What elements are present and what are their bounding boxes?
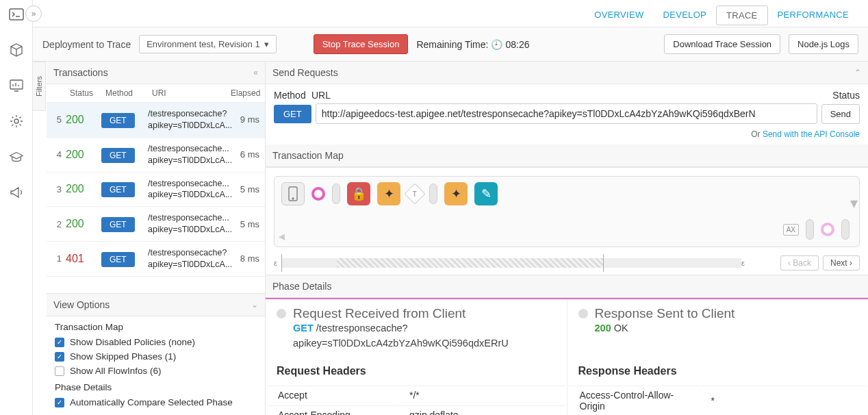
right-panel: Send Requests ⌃ Method URL Status GET Se… — [266, 62, 868, 415]
opt-auto-compare[interactable]: ✓Automatically Compare Selected Phase — [55, 395, 257, 410]
left-panel: Filters Transactions « Status Method URI… — [33, 62, 266, 415]
top-strip: » OVERVIEW DEVELOP TRACE PERFORMANCE — [33, 0, 868, 27]
deployment-label: Deployment to Trace — [42, 39, 131, 50]
header-row: Accept*/* — [267, 386, 565, 404]
nodejs-logs-button[interactable]: Node.js Logs — [789, 34, 858, 54]
table-row[interactable]: 2200GET/testresponsecache...apikey=sTl0D… — [47, 207, 265, 242]
checkbox-icon — [55, 366, 64, 376]
request-received-title: Request Received from Client — [277, 306, 556, 321]
table-row[interactable]: 5200GET/testresponsecache?apikey=sTl0DDx… — [47, 103, 265, 138]
table-row[interactable]: 3200GET/testresponsecache...apikey=sTl0D… — [47, 173, 265, 208]
svg-point-2 — [14, 119, 18, 123]
tab-develop[interactable]: DEVELOP — [654, 5, 717, 25]
send-url-input[interactable] — [316, 103, 817, 124]
view-options-header: View Options ⌄ — [47, 294, 265, 316]
request-headers-table: Accept*/*Accept-Encodinggzip,deflateHost… — [266, 384, 567, 416]
back-button[interactable]: ‹ Back — [780, 255, 819, 271]
package-icon[interactable] — [9, 42, 24, 58]
flow-pill[interactable] — [429, 184, 437, 204]
gear-icon[interactable] — [9, 114, 24, 129]
epsilon-right: ε — [741, 259, 745, 267]
request-headers-title: Request Headers — [266, 358, 567, 384]
transaction-map-header: Transaction Map — [266, 144, 868, 167]
response-headers-table: Access-Control-Allow-Origin*Connectionke… — [567, 384, 869, 416]
flow-arrow-left-icon: ◂ — [279, 229, 285, 244]
flow-pill[interactable] — [332, 184, 340, 204]
policy-edit-icon[interactable]: ✎ — [474, 182, 498, 205]
table-row[interactable]: 1401GET/testresponsecache?apikey=sTl0DDx… — [47, 242, 265, 277]
analytics-icon[interactable] — [9, 78, 24, 93]
checkbox-icon: ✓ — [55, 338, 64, 347]
svg-rect-1 — [10, 80, 23, 89]
flow-dot[interactable] — [311, 187, 325, 201]
view-options: View Options ⌄ Transaction Map ✓Show Dis… — [47, 293, 265, 415]
clock-icon: 🕘 — [491, 39, 502, 50]
download-trace-button[interactable]: Download Trace Session — [664, 34, 780, 54]
megaphone-icon[interactable] — [9, 185, 24, 200]
graduation-icon[interactable] — [9, 149, 24, 164]
send-method-badge[interactable]: GET — [274, 105, 311, 123]
collapse-left-icon[interactable]: « — [253, 68, 258, 77]
collapse-send-icon[interactable]: ⌃ — [854, 68, 861, 77]
filters-tab[interactable]: Filters — [33, 62, 46, 111]
send-requests-header: Send Requests ⌃ — [266, 62, 868, 84]
send-method-label: Method — [274, 90, 311, 101]
flow-dot-faded[interactable] — [821, 223, 834, 236]
header-row: Access-Control-Allow-Origin* — [569, 386, 867, 415]
vo-group-phase: Phase Details — [55, 382, 257, 392]
ax-badge[interactable]: AX — [783, 224, 799, 236]
left-rail — [0, 0, 33, 415]
stop-trace-button[interactable]: Stop Trace Session — [314, 34, 409, 54]
flow-pill[interactable] — [806, 219, 814, 240]
svg-rect-0 — [10, 9, 23, 20]
checkbox-icon: ✓ — [55, 398, 64, 407]
tab-trace[interactable]: TRACE — [716, 5, 768, 25]
epsilon-left: ε — [274, 259, 277, 267]
svg-point-4 — [292, 198, 294, 199]
header-row: Accept-Encodinggzip,deflate — [267, 405, 565, 416]
environment-dropdown[interactable]: Environment test, Revision 1 ▾ — [139, 35, 276, 53]
client-icon[interactable] — [281, 182, 305, 205]
transaction-map[interactable]: 🔒 ✦ T ✦ ✎ ▾ ◂ AX — [274, 176, 860, 247]
response-line: 200 OK — [578, 321, 858, 336]
toolbar: Deployment to Trace Environment test, Re… — [33, 27, 868, 62]
policy-t-icon[interactable]: T — [404, 183, 425, 204]
tab-overview[interactable]: OVERVIEW — [585, 5, 653, 25]
flow-pill[interactable] — [841, 219, 850, 240]
chevron-down-icon: ▾ — [264, 39, 269, 49]
timeline: ε ε ‹ Back Next › — [266, 251, 868, 275]
policy-route2-icon[interactable]: ✦ — [444, 182, 468, 205]
request-line: GET /testresponsecache? apikey=sTl0DDxLc… — [277, 321, 556, 351]
opt-disabled-policies[interactable]: ✓Show Disabled Policies (none) — [55, 335, 257, 349]
policy-route-icon[interactable]: ✦ — [377, 182, 400, 205]
send-button[interactable]: Send — [821, 104, 860, 124]
remaining-time: Remaining Time: 🕘 08:26 — [416, 39, 529, 50]
expand-rail-button[interactable]: » — [25, 5, 42, 22]
opt-all-flowinfos[interactable]: Show All FlowInfos (6) — [55, 364, 257, 378]
table-row[interactable]: 4200GET/testresponsecache...apikey=sTl0D… — [47, 138, 265, 173]
next-button[interactable]: Next › — [823, 255, 860, 271]
checkbox-icon: ✓ — [55, 352, 64, 362]
transactions-columns: Status Method URI Elapsed — [47, 84, 265, 103]
send-status-label: Status — [819, 90, 860, 101]
policy-lock-icon[interactable]: 🔒 — [347, 182, 370, 205]
vo-group-map: Transaction Map — [55, 322, 257, 332]
api-console-link[interactable]: Send with the API Console — [763, 129, 860, 139]
transactions-header: Transactions « — [47, 62, 265, 84]
opt-skipped-phases[interactable]: ✓Show Skipped Phases (1) — [55, 349, 257, 364]
timeline-bar[interactable] — [281, 258, 741, 268]
phase-details-header: Phase Details — [266, 275, 868, 298]
response-headers-title: Response Headers — [567, 358, 869, 384]
send-footer: Or Send with the API Console — [266, 127, 868, 144]
top-tabs: OVERVIEW DEVELOP TRACE PERFORMANCE — [585, 5, 858, 25]
transactions-list: 5200GET/testresponsecache?apikey=sTl0DDx… — [47, 103, 265, 277]
tab-performance[interactable]: PERFORMANCE — [768, 5, 858, 25]
response-sent-title: Response Sent to Client — [578, 306, 858, 321]
terminal-icon[interactable] — [9, 7, 24, 22]
flow-arrow-down-icon: ▾ — [850, 194, 858, 212]
collapse-viewopts-icon[interactable]: ⌄ — [251, 300, 258, 310]
send-url-label: URL — [311, 90, 819, 101]
